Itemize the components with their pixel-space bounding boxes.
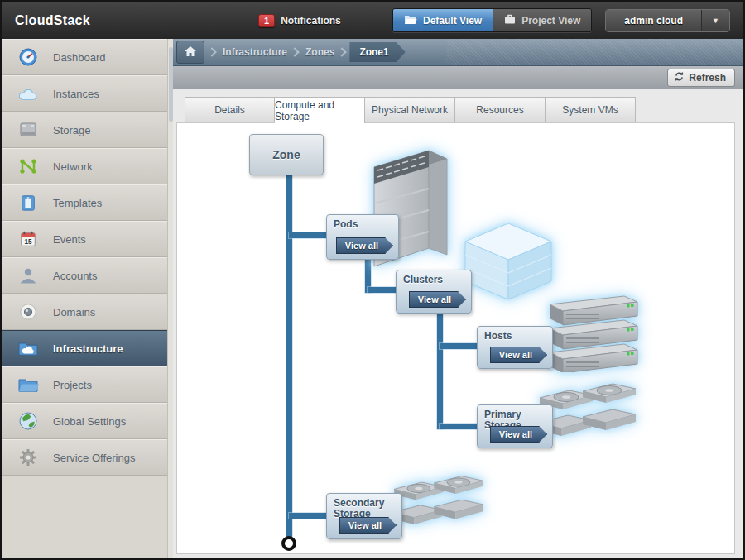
app-logo: CloudStack (2, 13, 258, 28)
project-view-button[interactable]: Project View (493, 9, 591, 31)
sidebar-item-label: Service Offerings (53, 452, 135, 464)
pods-node: Pods View all (326, 214, 399, 260)
sidebar-item-label: Accounts (53, 270, 97, 282)
user-menu: admin cloud ▼ (605, 9, 730, 32)
view-switcher: Default View Project View (392, 8, 592, 32)
user-menu-dropdown-button[interactable]: ▼ (701, 10, 729, 31)
clusters-node: Clusters View all (396, 270, 472, 314)
folder-cloud-icon (17, 337, 40, 359)
sidebar-item-storage[interactable]: Storage (2, 112, 167, 148)
sidebar-item-label: Events (53, 233, 86, 246)
action-toolbar: Refresh (173, 66, 743, 89)
breadcrumb-separator-icon (207, 47, 216, 56)
cluster-cube-icon (462, 220, 555, 303)
tab-compute-and-storage[interactable]: Compute and Storage (275, 97, 365, 123)
template-icon (17, 192, 40, 213)
sidebar-item-label: Instances (53, 88, 99, 100)
sidebar-item-events[interactable]: 15 Events (2, 221, 167, 257)
sidebar-item-label: Global Settings (53, 415, 126, 428)
hosts-node: Hosts View all (477, 326, 553, 369)
sidebar-item-label: Dashboard (53, 51, 106, 64)
tab-bar: Details Compute and Storage Physical Net… (185, 97, 636, 123)
tree-line-to-clusters (368, 287, 397, 293)
refresh-label: Refresh (689, 72, 726, 84)
disk-icon (17, 119, 40, 141)
compute-storage-panel: Zone Pods View all Clusters View all Hos… (176, 122, 735, 554)
refresh-button[interactable]: Refresh (667, 69, 735, 87)
cloud-icon (17, 83, 40, 104)
sidebar-item-instances[interactable]: Instances (2, 75, 167, 112)
tab-resources[interactable]: Resources (455, 97, 546, 122)
hosts-view-all-button[interactable]: View all (490, 347, 547, 363)
clusters-node-label: Clusters (397, 270, 471, 285)
folder-open-icon (404, 14, 417, 26)
breadcrumb-separator-icon (290, 47, 299, 56)
refresh-icon (674, 71, 685, 84)
sidebar-item-dashboard[interactable]: Dashboard (2, 39, 167, 75)
tree-line-to-secondary-storage (289, 513, 327, 519)
sidebar-item-infrastructure[interactable]: Infrastructure (2, 330, 167, 366)
gear-icon (17, 447, 40, 468)
notifications-label: Notifications (281, 15, 341, 26)
breadcrumb-infrastructure[interactable]: Infrastructure (223, 46, 287, 58)
sidebar-item-label: Network (53, 160, 93, 173)
secondary-storage-node-label: Secondary Storage (327, 494, 378, 519)
secondary-storage-node: Secondary Storage View all (326, 493, 402, 539)
breadcrumb-zones[interactable]: Zones (305, 46, 334, 58)
project-view-label: Project View (522, 15, 580, 26)
primary-storage-node: Primary Storage View all (477, 404, 553, 448)
sidebar-scrollbar[interactable] (167, 39, 173, 558)
tree-line-main (286, 173, 292, 538)
infrastructure-tree-diagram: Zone Pods View all Clusters View all Hos… (177, 123, 734, 553)
breadcrumb-home-button[interactable] (176, 41, 204, 64)
sidebar-item-templates[interactable]: Templates (2, 184, 167, 221)
tree-line-clusters-down (437, 312, 443, 429)
home-icon (185, 45, 196, 60)
tree-line-to-pods (289, 232, 327, 238)
sidebar-item-label: Templates (53, 197, 102, 209)
pods-view-all-button[interactable]: View all (336, 237, 393, 254)
tab-system-vms[interactable]: System VMs (546, 97, 636, 122)
hosts-node-label: Hosts (478, 327, 552, 342)
tree-line-to-hosts (440, 343, 478, 349)
tree-line-to-primary-storage (440, 424, 478, 429)
briefcase-icon (504, 14, 516, 26)
notification-count-badge[interactable]: 1 (258, 14, 275, 27)
host-servers-icon (545, 291, 642, 372)
sidebar-item-label: Domains (53, 306, 95, 318)
tree-end-node (281, 536, 296, 551)
zone-node-label: Zone (272, 150, 300, 160)
default-view-button[interactable]: Default View (393, 9, 493, 31)
dashboard-gauge-icon (17, 46, 40, 68)
svg-text:15: 15 (24, 238, 32, 246)
folder-icon (17, 374, 40, 395)
globe-icon (17, 410, 40, 432)
user-menu-label[interactable]: admin cloud (606, 10, 701, 31)
pods-node-label: Pods (327, 215, 398, 230)
sidebar-item-domains[interactable]: Domains (2, 294, 167, 330)
sidebar-item-label: Storage (53, 124, 91, 136)
sidebar-item-global-settings[interactable]: Global Settings (2, 403, 167, 439)
secondary-storage-view-all-button[interactable]: View all (339, 517, 397, 534)
sidebar-item-service-offerings[interactable]: Service Offerings (2, 439, 167, 476)
sidebar-item-projects[interactable]: Projects (2, 366, 167, 403)
clusters-view-all-button[interactable]: View all (409, 291, 466, 308)
domain-sphere-icon (17, 301, 40, 323)
cloudstack-window: CloudStack 1 Notifications Default View … (0, 0, 745, 560)
breadcrumb-texture (446, 39, 743, 65)
calendar-icon: 15 (17, 228, 40, 250)
breadcrumb-separator-icon (338, 47, 347, 56)
network-nodes-icon (17, 156, 40, 177)
tab-details[interactable]: Details (185, 97, 275, 122)
sidebar-item-network[interactable]: Network (2, 148, 167, 184)
default-view-label: Default View (423, 15, 482, 26)
primary-storage-view-all-button[interactable]: View all (490, 426, 547, 443)
chevron-down-icon: ▼ (712, 17, 719, 25)
main-content: Details Compute and Storage Physical Net… (173, 89, 743, 558)
notifications[interactable]: 1 Notifications (258, 14, 382, 27)
sidebar-item-label: Projects (53, 379, 92, 391)
sidebar-item-label: Infrastructure (53, 342, 123, 355)
sidebar-item-accounts[interactable]: Accounts (2, 257, 167, 294)
breadcrumb-zone1-current[interactable]: Zone1 (349, 42, 405, 62)
tab-physical-network[interactable]: Physical Network (365, 97, 455, 122)
